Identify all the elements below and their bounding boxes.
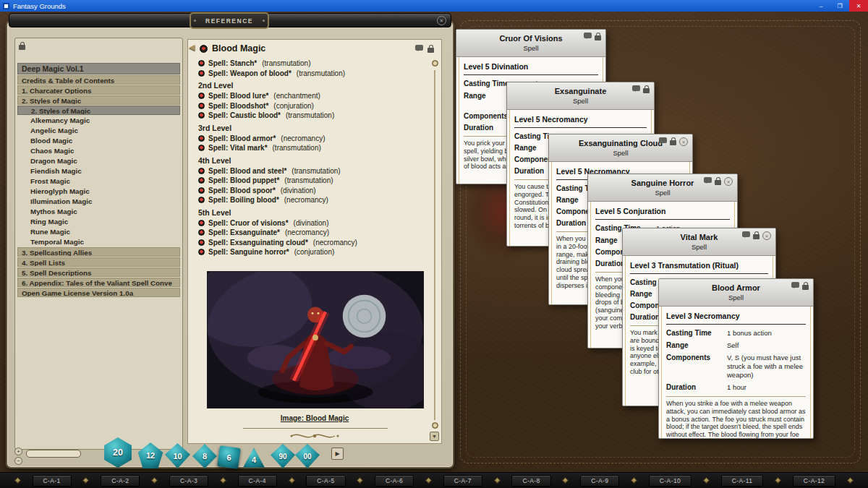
nav-item[interactable]: Chaos Magic	[17, 146, 180, 155]
reference-titlebar[interactable]: Reference ✕	[9, 13, 451, 27]
die[interactable]: 20	[103, 437, 133, 468]
nav-item[interactable]: Deep Magic Vol.1	[17, 63, 180, 74]
window-close-button[interactable]: ✕	[679, 137, 688, 146]
nav-item[interactable]: 2. Styles of Magic	[17, 106, 180, 115]
tab[interactable]: C-A-9	[580, 475, 619, 487]
nav-item[interactable]: Temporal Magic	[17, 237, 180, 247]
lock-icon[interactable]	[802, 285, 809, 290]
chat-icon[interactable]	[632, 85, 640, 91]
spell-list-item[interactable]: Spell: Exsanguinating cloud* (necromancy…	[195, 238, 431, 248]
pointer-mode-button[interactable]: ▶	[331, 448, 344, 460]
tab[interactable]: C-A-3	[169, 475, 208, 487]
nav-item[interactable]: 3. Spellcasting Allies	[17, 247, 180, 257]
scrollbar[interactable]	[434, 70, 435, 420]
lock-icon[interactable]	[19, 45, 25, 50]
nav-item[interactable]: 4. Spell Lists	[17, 257, 180, 267]
collapse-left-icon[interactable]: ◀	[189, 43, 195, 52]
chat-icon[interactable]	[742, 231, 750, 237]
chat-icon[interactable]	[704, 177, 712, 183]
minimize-button[interactable]: –	[812, 0, 830, 12]
nav-item[interactable]: Fiendish Magic	[17, 166, 180, 176]
window-close-button[interactable]: ✕	[724, 177, 733, 186]
chat-icon[interactable]	[791, 282, 799, 288]
scroll-down-button[interactable]: ▼	[430, 432, 439, 441]
chat-icon[interactable]	[584, 33, 592, 38]
reference-close-button[interactable]: ✕	[437, 16, 446, 25]
spell-list-item[interactable]: Spell: Blood spoor* (divination)	[195, 186, 431, 196]
chat-icon[interactable]	[659, 137, 667, 143]
nav-item[interactable]: 2. Styles of Magic	[17, 95, 180, 105]
nav-item[interactable]: Open Game License Version 1.0a	[17, 288, 180, 297]
spell-list-item[interactable]: Spell: Vital mark* (transmutation)	[195, 143, 431, 153]
lock-icon[interactable]	[643, 88, 650, 93]
window-header[interactable]: Exsanguinating Cloud Spell ✕	[549, 134, 692, 162]
nav-item[interactable]: 1. Charcater Options	[17, 85, 180, 95]
die[interactable]: 00	[295, 444, 320, 468]
tab[interactable]: C-A-10	[649, 475, 692, 487]
tab[interactable]: C-A-5	[306, 475, 345, 487]
lock-icon[interactable]	[427, 48, 434, 53]
lock-icon[interactable]	[715, 180, 721, 185]
chat-icon[interactable]	[415, 45, 423, 51]
window-subtitle: Spell	[456, 44, 605, 52]
window-header[interactable]: Exsanguinate Spell	[507, 82, 654, 110]
spell-list-item[interactable]: Spell: Blood puppet* (transmutation)	[195, 176, 431, 186]
spell-list-item[interactable]: Spell: Caustic blood* (transmutation)	[195, 111, 431, 121]
nav-item[interactable]: Ring Magic	[17, 217, 180, 226]
nav-item[interactable]: 5. Spell Descriptions	[17, 267, 180, 277]
tab[interactable]: C-A-8	[511, 475, 550, 487]
die[interactable]: 12	[137, 442, 163, 468]
nav-item[interactable]: Rune Magic	[17, 227, 180, 236]
tab[interactable]: C-A-2	[101, 475, 140, 487]
die[interactable]: 4	[243, 447, 265, 468]
spell-list-item[interactable]: Spell: Blood armor* (necromancy)	[195, 134, 431, 144]
spell-list-item[interactable]: Spell: Cruor of visions* (divination)	[195, 218, 431, 228]
spell-list-item[interactable]: Spell: Stanch* (transmutation)	[195, 59, 431, 69]
zoom-in-button[interactable]: +	[14, 448, 22, 455]
nav-item[interactable]: Angelic Magic	[17, 126, 180, 135]
window-close-button[interactable]: ✕	[762, 231, 771, 240]
tab[interactable]: C-A-7	[443, 475, 482, 487]
window-header[interactable]: Cruor Of Visions Spell	[456, 30, 605, 57]
spell-pin-icon	[198, 239, 205, 246]
die[interactable]: 6	[218, 447, 239, 468]
nav-item[interactable]: Illumination Magic	[17, 197, 180, 206]
nav-item[interactable]: 6. Appendix: Tales of the Valiant Spell …	[17, 278, 180, 287]
chat-slider[interactable]	[26, 450, 81, 458]
die[interactable]: 90	[271, 444, 295, 468]
spell-list-item[interactable]: Spell: Blood and steel* (transmutation)	[195, 166, 431, 176]
tab[interactable]: C-A-11	[721, 475, 764, 487]
nav-item[interactable]: Frost Magic	[17, 176, 180, 186]
nav-item[interactable]: Alkemancy Magic	[17, 116, 180, 125]
window-header[interactable]: Blood Armor Spell	[659, 279, 813, 307]
zoom-out-button[interactable]: −	[14, 457, 22, 465]
image-caption-link[interactable]: Image: Blood Magic	[188, 414, 441, 422]
spell-list-item[interactable]: Spell: Blood lure* (enchantment)	[195, 91, 431, 101]
window-header[interactable]: Vital Mark Spell ✕	[623, 228, 775, 256]
window-header[interactable]: Sanguine Horror Spell ✕	[588, 174, 737, 202]
tab-label: C-A-1	[43, 477, 61, 484]
lock-icon[interactable]	[753, 234, 760, 239]
artwork-image[interactable]	[207, 271, 424, 408]
lock-icon[interactable]	[595, 35, 601, 40]
close-button[interactable]: ✕	[849, 0, 868, 12]
nav-item[interactable]: Hieroglyph Magic	[17, 187, 180, 196]
maximize-button[interactable]: ❐	[830, 0, 849, 12]
nav-item[interactable]: Credits & Table of Contents	[17, 75, 180, 85]
lock-icon[interactable]	[670, 140, 676, 145]
spell-list-item[interactable]: Spell: Bloodshot* (conjuration)	[195, 101, 431, 111]
spell-list-item[interactable]: Spell: Boiling blood* (necromancy)	[195, 195, 431, 205]
tab[interactable]: C-A-6	[375, 475, 414, 487]
die[interactable]: 8	[192, 444, 217, 468]
nav-item[interactable]: Mythos Magic	[17, 207, 180, 216]
spell-list-item[interactable]: Spell: Exsanguinate* (necromancy)	[195, 228, 431, 238]
tab[interactable]: C-A-1	[33, 475, 72, 487]
tab[interactable]: C-A-12	[793, 475, 835, 487]
reference-title-plaque[interactable]: Reference	[190, 12, 269, 29]
nav-item[interactable]: Dragon Magic	[17, 156, 180, 166]
nav-item[interactable]: Blood Magic	[17, 136, 180, 145]
spell-list-item[interactable]: Spell: Weapon of blood* (transmutation)	[195, 69, 431, 79]
spell-list-item[interactable]: Spell: Sanguine horror* (conjuration)	[195, 247, 431, 257]
die[interactable]: 10	[165, 443, 190, 468]
tab[interactable]: C-A-4	[238, 475, 277, 487]
